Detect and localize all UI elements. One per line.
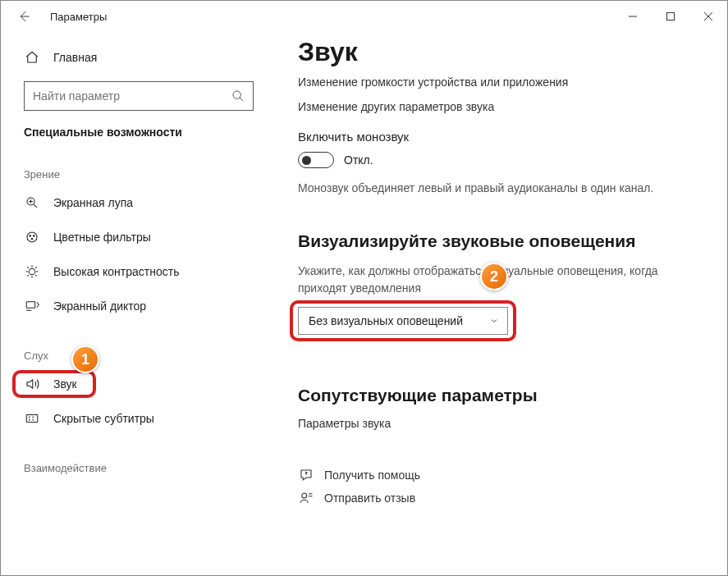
sidebar: Главная Специальные возможности Зрение Э… [1, 32, 265, 575]
window-controls [614, 3, 727, 30]
close-button[interactable] [689, 3, 727, 30]
svg-line-19 [27, 267, 29, 268]
svg-point-11 [30, 235, 31, 237]
svg-point-14 [29, 268, 35, 275]
svg-line-21 [27, 275, 29, 277]
search-icon [231, 89, 245, 103]
visual-alerts-dropdown[interactable]: Без визуальных оповещений [298, 307, 508, 335]
color-filters-icon [24, 230, 40, 245]
sidebar-home-label: Главная [53, 51, 97, 64]
svg-point-12 [34, 235, 35, 237]
svg-line-5 [240, 98, 243, 101]
sidebar-item-label: Цветные фильтры [53, 231, 151, 244]
search-box[interactable] [24, 81, 254, 111]
maximize-button[interactable] [652, 3, 689, 30]
group-interaction-label: Взаимодействие [1, 436, 265, 479]
window-title: Параметры [50, 11, 107, 23]
related-heading: Сопутствующие параметры [298, 386, 711, 405]
back-button[interactable] [12, 5, 35, 28]
mono-description: Монозвук объединяет левый и правый аудио… [298, 180, 711, 197]
annotation-callout-2: 2 [480, 263, 508, 290]
svg-point-10 [27, 232, 37, 242]
sidebar-item-label: Скрытые субтитры [53, 412, 154, 425]
svg-line-20 [35, 275, 37, 277]
chevron-down-icon [489, 316, 499, 326]
svg-line-7 [34, 204, 37, 208]
group-hearing-label: Слух [1, 323, 265, 367]
sidebar-item-label: Высокая контрастность [53, 265, 179, 278]
feedback-icon [298, 491, 314, 505]
link-send-feedback[interactable]: Отправить отзыв [298, 491, 711, 505]
link-change-other[interactable]: Изменение других параметров звука [298, 100, 711, 113]
minimize-button[interactable] [614, 3, 652, 30]
sidebar-item-label: Экранная лупа [53, 196, 133, 209]
high-contrast-icon [24, 264, 40, 279]
mono-heading: Включить монозвук [298, 130, 711, 144]
title-bar: Параметры [1, 1, 727, 32]
link-sound-settings[interactable]: Параметры звука [298, 417, 711, 430]
annotation-highlight-1 [12, 370, 96, 398]
svg-rect-1 [667, 13, 675, 21]
svg-point-13 [31, 239, 33, 240]
sidebar-item-high-contrast[interactable]: Высокая контрастность [1, 254, 265, 289]
page-title: Звук [298, 37, 711, 67]
svg-point-27 [302, 493, 307, 498]
mono-toggle-state: Откл. [344, 153, 373, 167]
captions-icon [24, 411, 40, 426]
group-vision-label: Зрение [1, 157, 265, 185]
link-change-volume[interactable]: Изменение громкости устройства или прило… [298, 75, 711, 89]
sidebar-item-magnifier[interactable]: Экранная лупа [1, 185, 265, 220]
sidebar-category: Специальные возможности [1, 122, 265, 157]
sidebar-home[interactable]: Главная [1, 42, 265, 73]
svg-rect-25 [26, 415, 38, 423]
home-icon [24, 50, 40, 65]
sidebar-item-narrator[interactable]: Экранный диктор [1, 289, 265, 323]
visual-alerts-heading: Визуализируйте звуковые оповещения [298, 231, 711, 251]
svg-rect-23 [26, 302, 35, 309]
svg-point-4 [233, 91, 240, 98]
help-label: Получить помощь [324, 469, 420, 482]
search-input[interactable] [33, 89, 231, 103]
help-icon [298, 468, 314, 482]
narrator-icon [24, 299, 40, 313]
feedback-label: Отправить отзыв [324, 491, 415, 505]
visual-alerts-description: Укажите, как должны отображаться визуаль… [298, 263, 659, 297]
svg-line-22 [35, 267, 37, 268]
mono-toggle[interactable] [298, 152, 334, 168]
sidebar-item-captions[interactable]: Скрытые субтитры [1, 401, 265, 436]
main-content: Звук Изменение громкости устройства или … [265, 32, 727, 575]
sidebar-item-color-filters[interactable]: Цветные фильтры [1, 220, 265, 254]
magnifier-icon [24, 195, 40, 210]
link-get-help[interactable]: Получить помощь [298, 468, 711, 482]
sidebar-item-sound[interactable]: Звук 1 [1, 367, 265, 401]
sidebar-item-label: Экранный диктор [53, 299, 146, 313]
dropdown-selected-value: Без визуальных оповещений [309, 314, 463, 327]
annotation-callout-1: 1 [71, 345, 99, 373]
